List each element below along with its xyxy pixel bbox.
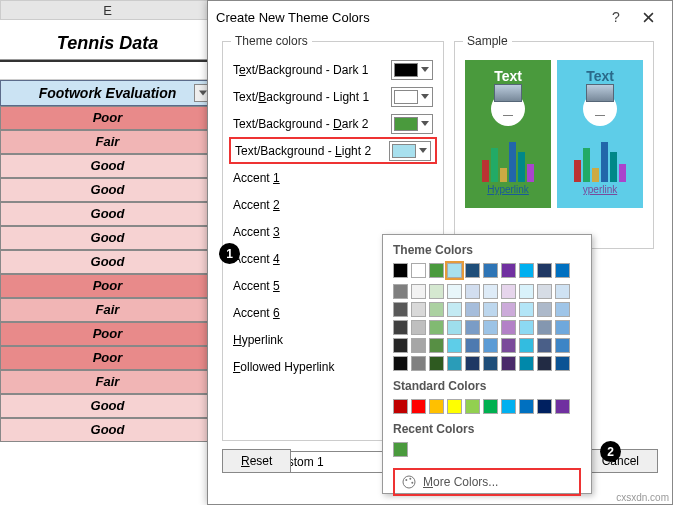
color-swatch-button[interactable] xyxy=(391,114,433,134)
table-row[interactable]: Poor xyxy=(0,322,215,346)
help-button[interactable]: ? xyxy=(600,1,632,33)
color-swatch[interactable] xyxy=(429,356,444,371)
color-swatch[interactable] xyxy=(501,284,516,299)
color-swatch[interactable] xyxy=(411,356,426,371)
close-button[interactable] xyxy=(632,1,664,33)
color-swatch[interactable] xyxy=(555,399,570,414)
color-swatch[interactable] xyxy=(429,320,444,335)
color-swatch[interactable] xyxy=(537,338,552,353)
color-swatch[interactable] xyxy=(501,302,516,317)
color-swatch[interactable] xyxy=(393,442,408,457)
table-row[interactable]: Poor xyxy=(0,106,215,130)
color-swatch[interactable] xyxy=(429,284,444,299)
color-swatch[interactable] xyxy=(555,320,570,335)
color-swatch[interactable] xyxy=(501,263,516,278)
color-swatch[interactable] xyxy=(519,356,534,371)
color-swatch[interactable] xyxy=(447,284,462,299)
color-swatch[interactable] xyxy=(393,302,408,317)
color-swatch[interactable] xyxy=(393,263,408,278)
color-swatch[interactable] xyxy=(429,399,444,414)
color-swatch[interactable] xyxy=(537,399,552,414)
color-swatch[interactable] xyxy=(483,263,498,278)
table-row[interactable]: Fair xyxy=(0,298,215,322)
table-row[interactable]: Good xyxy=(0,178,215,202)
column-header-e[interactable]: E xyxy=(0,0,215,20)
color-swatch[interactable] xyxy=(537,284,552,299)
color-swatch[interactable] xyxy=(447,356,462,371)
table-row[interactable]: Good xyxy=(0,202,215,226)
color-swatch[interactable] xyxy=(447,399,462,414)
table-row[interactable]: Good xyxy=(0,418,215,442)
color-swatch[interactable] xyxy=(393,399,408,414)
color-swatch[interactable] xyxy=(501,399,516,414)
color-swatch[interactable] xyxy=(483,284,498,299)
more-colors-button[interactable]: More Colors... xyxy=(393,468,581,496)
color-swatch[interactable] xyxy=(555,356,570,371)
color-swatch[interactable] xyxy=(465,338,480,353)
dialog-titlebar: Create New Theme Colors ? xyxy=(208,1,672,33)
color-swatch[interactable] xyxy=(519,320,534,335)
theme-color-row: Text/Background - Light 1 xyxy=(233,83,433,110)
color-swatch[interactable] xyxy=(483,356,498,371)
color-swatch[interactable] xyxy=(555,302,570,317)
color-swatch[interactable] xyxy=(411,263,426,278)
color-swatch[interactable] xyxy=(537,320,552,335)
color-swatch-button[interactable] xyxy=(391,87,433,107)
color-swatch[interactable] xyxy=(483,338,498,353)
empty-row[interactable] xyxy=(0,60,215,80)
reset-button[interactable]: Reset xyxy=(222,449,291,473)
color-swatch[interactable] xyxy=(519,399,534,414)
color-swatch[interactable] xyxy=(537,263,552,278)
color-swatch[interactable] xyxy=(465,356,480,371)
color-swatch[interactable] xyxy=(447,338,462,353)
color-swatch[interactable] xyxy=(537,302,552,317)
sample-followed-hyperlink: yperlink xyxy=(583,184,617,195)
color-swatch[interactable] xyxy=(555,263,570,278)
color-swatch[interactable] xyxy=(411,284,426,299)
color-swatch[interactable] xyxy=(447,263,462,278)
table-row[interactable]: Poor xyxy=(0,274,215,298)
table-row[interactable]: Good xyxy=(0,154,215,178)
color-swatch[interactable] xyxy=(501,338,516,353)
color-swatch[interactable] xyxy=(429,302,444,317)
color-swatch[interactable] xyxy=(465,320,480,335)
color-swatch[interactable] xyxy=(555,284,570,299)
color-swatch[interactable] xyxy=(519,302,534,317)
table-row[interactable]: Fair xyxy=(0,370,215,394)
color-swatch[interactable] xyxy=(501,320,516,335)
color-swatch[interactable] xyxy=(393,284,408,299)
color-swatch[interactable] xyxy=(519,263,534,278)
color-swatch[interactable] xyxy=(465,284,480,299)
color-swatch[interactable] xyxy=(483,399,498,414)
color-swatch[interactable] xyxy=(519,338,534,353)
color-swatch[interactable] xyxy=(537,356,552,371)
color-swatch[interactable] xyxy=(519,284,534,299)
table-row[interactable]: Fair xyxy=(0,130,215,154)
color-swatch[interactable] xyxy=(411,320,426,335)
color-swatch[interactable] xyxy=(411,338,426,353)
table-row[interactable]: Good xyxy=(0,394,215,418)
color-swatch-button[interactable] xyxy=(389,141,431,161)
table-row[interactable]: Poor xyxy=(0,346,215,370)
color-swatch[interactable] xyxy=(501,356,516,371)
color-swatch[interactable] xyxy=(429,338,444,353)
color-swatch[interactable] xyxy=(465,399,480,414)
color-swatch[interactable] xyxy=(447,302,462,317)
color-swatch[interactable] xyxy=(393,356,408,371)
color-swatch[interactable] xyxy=(429,263,444,278)
color-swatch[interactable] xyxy=(447,320,462,335)
color-swatch[interactable] xyxy=(465,302,480,317)
color-swatch[interactable] xyxy=(555,338,570,353)
color-swatch[interactable] xyxy=(465,263,480,278)
color-swatch[interactable] xyxy=(483,320,498,335)
color-swatch-button[interactable] xyxy=(391,60,433,80)
color-swatch[interactable] xyxy=(393,320,408,335)
table-row[interactable]: Good xyxy=(0,250,215,274)
color-swatch[interactable] xyxy=(483,302,498,317)
table-row[interactable]: Good xyxy=(0,226,215,250)
color-swatch[interactable] xyxy=(393,338,408,353)
color-swatch[interactable] xyxy=(411,399,426,414)
sample-pane-dark: Text ― Hyperlink xyxy=(465,60,551,208)
table-header-footwork[interactable]: Footwork Evaluation xyxy=(0,80,215,106)
color-swatch[interactable] xyxy=(411,302,426,317)
